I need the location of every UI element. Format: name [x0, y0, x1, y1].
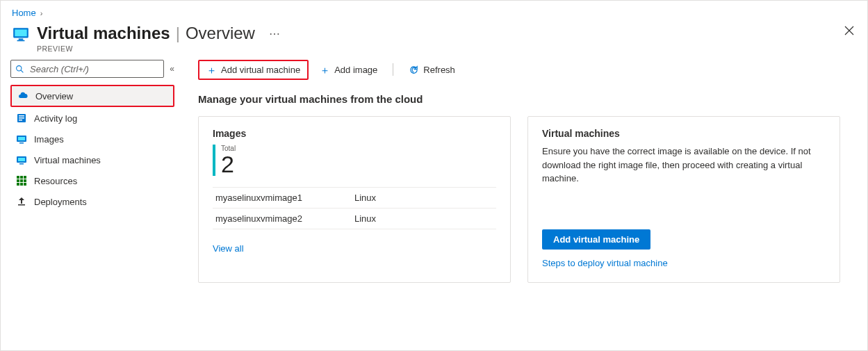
page-title: Virtual machines | Overview — [37, 24, 255, 43]
svg-rect-23 — [20, 183, 23, 186]
plus-icon: ＋ — [206, 65, 217, 75]
svg-rect-21 — [24, 179, 26, 182]
steps-link[interactable]: Steps to deploy virtual machine — [542, 258, 826, 268]
preview-badge: PREVIEW — [37, 44, 280, 53]
add-virtual-machine-button[interactable]: ＋ Add virtual machine — [198, 60, 309, 80]
svg-rect-14 — [18, 158, 25, 161]
svg-line-5 — [21, 70, 23, 72]
search-input-wrap[interactable] — [10, 60, 164, 78]
svg-rect-2 — [19, 39, 24, 40]
log-icon — [16, 113, 27, 124]
svg-rect-9 — [19, 120, 22, 121]
breadcrumb-home[interactable]: Home — [12, 8, 36, 18]
virtual-machines-card: Virtual machines Ensure you have the cor… — [527, 116, 840, 283]
refresh-button[interactable]: Refresh — [402, 61, 462, 79]
sidebar-item-images[interactable]: Images — [10, 129, 174, 149]
collapse-sidebar-icon[interactable]: « — [170, 64, 174, 74]
grid-icon — [16, 175, 27, 186]
svg-rect-19 — [17, 179, 19, 182]
main-content: ＋ Add virtual machine ＋ Add image Refres… — [181, 56, 867, 343]
cloud-icon — [17, 90, 28, 101]
card-description: Ensure you have the correct image is ava… — [542, 145, 826, 186]
breadcrumb: Home › — [1, 1, 867, 18]
vm-icon — [16, 154, 27, 165]
sidebar-item-activity-log[interactable]: Activity log — [10, 108, 174, 128]
svg-rect-3 — [17, 40, 25, 42]
sidebar-item-label: Images — [34, 134, 64, 145]
sidebar-item-resources[interactable]: Resources — [10, 171, 174, 190]
toolbar: ＋ Add virtual machine ＋ Add image Refres… — [198, 56, 858, 83]
page-header: Virtual machines | Overview ⋯ PREVIEW — [1, 18, 867, 56]
svg-rect-15 — [19, 163, 24, 165]
sidebar-item-deployments[interactable]: Deployments — [10, 192, 174, 211]
sidebar-item-label: Resources — [34, 176, 77, 186]
more-icon[interactable]: ⋯ — [269, 27, 280, 40]
plus-icon: ＋ — [320, 65, 330, 75]
svg-rect-7 — [19, 115, 24, 117]
page-subtitle: Manage your virtual machines from the cl… — [198, 93, 858, 105]
svg-rect-25 — [18, 204, 25, 206]
card-title: Images — [213, 128, 496, 139]
sidebar-item-overview[interactable]: Overview — [10, 85, 174, 107]
table-row[interactable]: myaselinuxvmimage1 Linux — [213, 187, 496, 209]
svg-rect-17 — [20, 176, 23, 179]
sidebar-item-label: Deployments — [34, 197, 87, 207]
sidebar-item-label: Virtual machines — [34, 155, 101, 165]
images-card: Images Total 2 myaselinuxvmimage1 Linux … — [198, 116, 511, 283]
add-image-button[interactable]: ＋ Add image — [313, 61, 384, 79]
sidebar-item-label: Overview — [35, 91, 73, 101]
table-row[interactable]: myaselinuxvmimage2 Linux — [213, 209, 496, 229]
images-list: myaselinuxvmimage1 Linux myaselinuxvmima… — [213, 187, 496, 229]
svg-rect-20 — [20, 179, 23, 182]
sidebar: « Overview Activity log Images Virtual m… — [1, 56, 181, 343]
sidebar-item-virtual-machines[interactable]: Virtual machines — [10, 150, 174, 170]
toolbar-divider — [393, 63, 393, 76]
svg-rect-24 — [24, 183, 26, 186]
images-icon — [16, 133, 27, 145]
svg-rect-18 — [24, 176, 26, 179]
svg-rect-16 — [17, 176, 19, 179]
chevron-right-icon: › — [40, 9, 43, 17]
search-icon — [15, 65, 24, 74]
sidebar-item-label: Activity log — [34, 113, 77, 124]
view-all-link[interactable]: View all — [213, 243, 496, 254]
total-count: Total 2 — [213, 145, 496, 176]
card-title: Virtual machines — [542, 128, 826, 139]
virtual-machine-icon — [12, 25, 30, 43]
svg-rect-12 — [19, 142, 24, 144]
close-icon[interactable] — [844, 25, 855, 36]
add-virtual-machine-primary-button[interactable]: Add virtual machine — [542, 229, 650, 250]
search-input[interactable] — [28, 63, 159, 75]
refresh-icon — [409, 65, 419, 75]
svg-rect-1 — [15, 30, 26, 37]
svg-rect-11 — [18, 137, 25, 140]
svg-rect-8 — [19, 117, 24, 119]
svg-point-4 — [17, 65, 22, 70]
upload-icon — [16, 196, 27, 207]
svg-rect-22 — [17, 183, 19, 186]
